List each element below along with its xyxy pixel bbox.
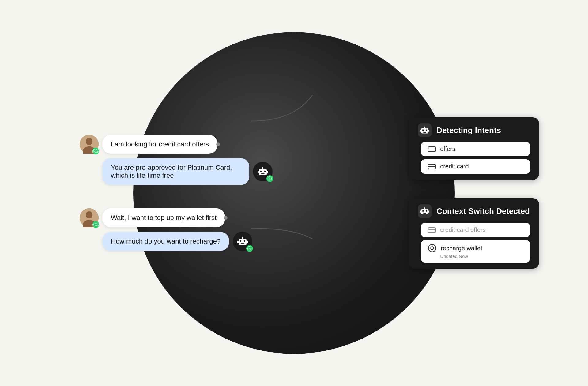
separator-1 — [80, 191, 273, 203]
card-icon-struck — [428, 227, 436, 233]
user-avatar-1 — [80, 135, 99, 154]
user-bubble-2: Wait, I want to top up my wallet first — [102, 208, 225, 227]
recharge-tag-row: recharge wallet — [428, 244, 482, 252]
svg-rect-23 — [422, 129, 424, 131]
intent-tag-offers: offers — [421, 142, 530, 156]
intent-tag-credit-card: credit card — [421, 159, 530, 174]
panel2-bot-svg — [420, 207, 429, 215]
bot-svg-icon-1 — [258, 167, 268, 176]
intent-tag-offers-label: offers — [440, 146, 455, 153]
whatsapp-badge-1 — [92, 148, 99, 154]
intent-tag-recharge-wallet: recharge wallet Updated Now — [421, 240, 530, 263]
svg-rect-34 — [420, 210, 421, 213]
bot-whatsapp-badge-1 — [266, 175, 273, 182]
panel2-title: Context Switch Detected — [436, 206, 530, 216]
recharge-wallet-label: recharge wallet — [441, 245, 482, 252]
bot-bubble-2: How much do you want to recharge? — [102, 232, 229, 251]
bot-whatsapp-icon-1 — [268, 176, 272, 180]
card-icon-credit — [428, 164, 436, 169]
panel1-bot-icon — [418, 123, 432, 137]
chat-group-2: Wait, I want to top up my wallet first H… — [80, 208, 273, 251]
svg-rect-25 — [423, 132, 427, 133]
recharge-wallet-icon — [428, 244, 436, 252]
bot-message-row-1: You are pre-approved for Platinum Card, … — [80, 158, 273, 185]
svg-rect-26 — [424, 127, 425, 128]
whatsapp-icon-2 — [92, 223, 96, 227]
bot-svg-icon-2 — [237, 237, 248, 246]
scene: I am looking for credit card offers You … — [0, 0, 588, 386]
panel2-header: Context Switch Detected — [418, 204, 530, 218]
updated-now-text: Updated Now — [440, 254, 468, 259]
bot-whatsapp-badge-2 — [246, 245, 253, 252]
bot-message-text-1: You are pre-approved for Platinum Card, … — [111, 164, 232, 179]
user-message-row-1: I am looking for credit card offers — [80, 135, 273, 154]
svg-rect-33 — [424, 207, 425, 209]
card-icon-offers — [428, 146, 436, 152]
bot-message-text-2: How much do you want to recharge? — [111, 237, 221, 245]
svg-point-1 — [86, 138, 92, 145]
bot-avatar-1 — [253, 162, 273, 181]
svg-rect-17 — [241, 243, 244, 244]
intent-tag-credit-card-offers: credit card offers — [421, 223, 530, 237]
panels-area: Detecting Intents offers credit card — [409, 117, 539, 269]
panel2-intent-tags: credit card offers recharge wa — [421, 223, 530, 263]
svg-rect-6 — [261, 173, 265, 174]
svg-point-37 — [431, 247, 434, 250]
panel1-intent-tags: offers credit card — [421, 142, 530, 174]
user-message-row-2: Wait, I want to top up my wallet first — [80, 208, 273, 227]
svg-rect-9 — [258, 171, 259, 173]
user-message-text-2: Wait, I want to top up my wallet first — [111, 214, 217, 221]
user-message-text-1: I am looking for credit card offers — [111, 140, 209, 148]
svg-point-12 — [86, 212, 92, 218]
panel1-title: Detecting Intents — [436, 126, 501, 135]
user-bubble-1: I am looking for credit card offers — [102, 135, 217, 154]
svg-rect-5 — [264, 171, 266, 172]
svg-rect-21 — [247, 241, 248, 243]
svg-rect-10 — [267, 171, 268, 173]
svg-rect-28 — [428, 130, 430, 132]
detecting-intents-panel: Detecting Intents offers credit card — [409, 117, 539, 180]
svg-rect-4 — [260, 171, 262, 172]
whatsapp-icon-1 — [92, 149, 96, 153]
connector-dot-2 — [224, 216, 228, 220]
intent-tag-credit-label: credit card — [440, 163, 469, 170]
svg-rect-31 — [426, 210, 427, 211]
bot-whatsapp-icon-2 — [247, 246, 251, 250]
svg-rect-30 — [422, 210, 424, 211]
svg-point-19 — [242, 237, 243, 238]
svg-rect-16 — [244, 240, 245, 242]
user-avatar-2 — [80, 208, 99, 227]
bot-avatar-2 — [233, 232, 252, 251]
chat-area: I am looking for credit card offers You … — [80, 135, 273, 251]
panel2-bot-icon — [418, 204, 432, 218]
bot-message-row-2: How much do you want to recharge? — [80, 232, 273, 251]
svg-rect-15 — [240, 240, 241, 242]
svg-rect-20 — [237, 241, 239, 243]
panel1-bot-svg — [420, 126, 429, 134]
svg-rect-35 — [428, 210, 430, 213]
svg-rect-32 — [423, 213, 427, 214]
whatsapp-badge-2 — [92, 221, 99, 228]
svg-rect-24 — [426, 129, 427, 131]
svg-point-8 — [262, 167, 263, 168]
intent-tag-struck-label: credit card offers — [440, 226, 486, 233]
bot-bubble-1: You are pre-approved for Platinum Card, … — [102, 158, 249, 185]
svg-rect-27 — [420, 130, 421, 132]
chat-group-1: I am looking for credit card offers You … — [80, 135, 273, 185]
context-switch-panel: Context Switch Detected credit card offe… — [409, 198, 539, 269]
connector-dot-1 — [216, 142, 220, 146]
panel1-header: Detecting Intents — [418, 123, 530, 137]
